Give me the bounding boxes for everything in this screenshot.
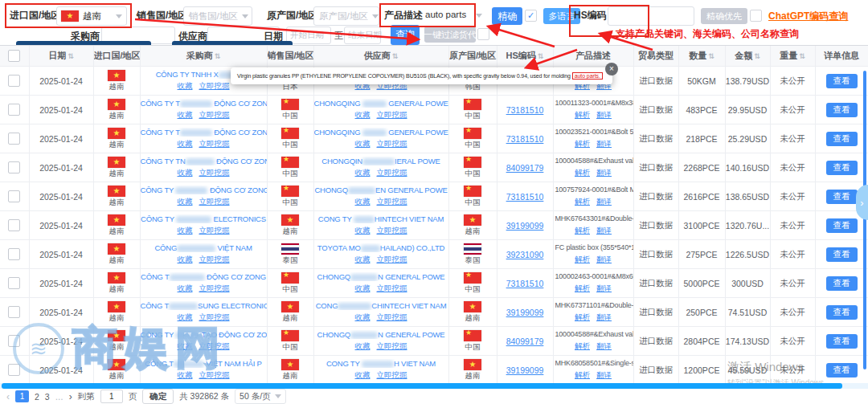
sort-icon[interactable]: ⇅ [68,52,74,60]
row-checkbox[interactable] [8,248,20,260]
hs-code-link[interactable]: 39199099 [506,308,544,317]
exact-first-checkbox[interactable] [750,10,762,22]
dig-now-link[interactable]: 立即挖掘 [377,110,407,119]
sales-country-select[interactable]: 销售国/地区 [183,6,252,26]
filter-forwarder-checkbox[interactable] [477,28,489,40]
row-checkbox[interactable] [8,219,20,231]
row-checkbox[interactable] [8,335,20,347]
supplier-name-link[interactable]: CHONGQEN GENERAL POWE [314,186,448,194]
buyer-name-link[interactable]: CÔNG TY ELECTRONICS [141,214,267,223]
dig-now-link[interactable]: 立即挖掘 [199,284,230,292]
dig-now-link[interactable]: 立即挖掘 [199,81,230,90]
buyer-name-link[interactable]: CÔNG VIỆT NAM [141,243,267,252]
supplier-name-link[interactable]: TOYOTA MOHAILAND) CO.,LTD [314,243,448,252]
translate-link[interactable]: 翻译 [596,341,612,350]
column-header[interactable]: HS编码⇅ [497,45,553,67]
parse-link[interactable]: 解析 [575,312,590,321]
translate-link[interactable]: 翻译 [596,226,612,235]
view-detail-button[interactable]: 查看 [826,103,858,117]
close-icon[interactable]: × [605,63,618,75]
row-checkbox[interactable] [8,161,20,173]
translate-link[interactable]: 翻译 [596,370,612,379]
dig-now-link[interactable]: 立即挖掘 [199,197,230,206]
favorite-link[interactable]: 收藏 [355,139,371,148]
view-detail-button[interactable]: 查看 [826,161,858,175]
buyer-name-link[interactable]: CÔNG TY TN ĐỘNG CƠ ZONG [141,157,267,165]
goto-confirm-button[interactable]: 确定 [142,389,174,404]
buyer-name-link[interactable]: CÔNG TY T ĐỘNG CƠ ZONG [141,99,267,108]
vertical-scrollbar[interactable] [863,71,866,369]
dig-now-link[interactable]: 立即挖掘 [199,168,230,177]
hs-code-link[interactable]: 39231090 [506,250,544,259]
translate-link[interactable]: 翻译 [596,312,612,321]
translate-link[interactable]: 翻译 [596,255,612,263]
supplier-name-link[interactable]: CHONGQN GENERAL POWE [314,330,448,339]
column-header[interactable]: 采购商⇅ [140,45,267,67]
favorite-link[interactable]: 收藏 [178,168,193,177]
favorite-link[interactable]: 收藏 [178,226,193,235]
product-desc-input[interactable]: auto parts [425,10,466,19]
supplier-name-link[interactable]: CONGCHINTECH VIET NAM [314,301,448,310]
dig-now-link[interactable]: 立即挖掘 [377,312,407,321]
view-detail-button[interactable]: 查看 [826,190,858,204]
hs-code-input[interactable] [608,6,694,26]
view-detail-button[interactable]: 查看 [826,132,858,146]
translate-link[interactable]: 翻译 [596,284,612,292]
buyer-name-link[interactable]: CÔNG TY TẠO ĐỘNG CƠ ZONG [141,330,267,339]
favorite-link[interactable]: 收藏 [355,284,371,292]
dig-now-link[interactable]: 立即挖掘 [377,370,407,379]
row-checkbox[interactable] [8,277,20,289]
favorite-link[interactable]: 收藏 [178,370,193,379]
page-1-button[interactable]: 1 [15,390,29,402]
parse-link[interactable]: 解析 [575,139,590,148]
translate-link[interactable]: 翻译 [596,168,612,177]
view-detail-button[interactable]: 查看 [826,247,858,262]
view-detail-button[interactable]: 查看 [826,74,858,88]
goto-page-input[interactable]: 1 [100,390,123,403]
sort-icon[interactable]: ⇅ [392,52,399,60]
row-checkbox[interactable] [8,190,20,202]
favorite-link[interactable]: 收藏 [178,341,193,350]
supplier-name-link[interactable]: CHONGQING GENERAL POWE [314,128,448,137]
buyer-name-link[interactable]: CÔNG TY ĐỘNG CƠ ZONG [141,186,267,194]
dig-now-link[interactable]: 立即挖掘 [377,255,407,263]
sort-icon[interactable]: ⇅ [215,52,221,60]
side-panel-toggle[interactable]: › [856,185,868,220]
next-page-button[interactable]: › [69,391,72,402]
dig-now-link[interactable]: 立即挖掘 [199,312,230,321]
parse-link[interactable]: 解析 [575,370,590,379]
favorite-link[interactable]: 收藏 [355,226,371,235]
origin-country-select[interactable]: 原产国/地区 [313,6,379,26]
favorite-link[interactable]: 收藏 [178,110,193,119]
dig-now-link[interactable]: 立即挖掘 [377,168,407,177]
supplier-name-link[interactable]: CHONGQINIERAL POWE [314,157,448,165]
supplier-name-link[interactable]: CONG TY H VIET NAM [314,359,448,368]
hs-code-link[interactable]: 73181510 [506,192,544,202]
parse-link[interactable]: 解析 [575,168,590,177]
chatgpt-code-lookup-link[interactable]: ChatGPT编码查询 [768,10,848,23]
supplier-name-link[interactable]: CHONGQING GENERAL POWE [314,99,448,108]
translate-link[interactable]: 翻译 [596,110,612,119]
translate-link[interactable]: 翻译 [596,139,612,148]
dig-now-link[interactable]: 立即挖掘 [377,226,407,235]
parse-link[interactable]: 解析 [575,284,590,292]
hs-code-link[interactable]: 39199099 [506,221,544,231]
translate-link[interactable]: 翻译 [596,197,612,206]
column-header[interactable]: 重量⇅ [770,45,815,67]
view-detail-button[interactable]: 查看 [826,363,858,377]
dig-now-link[interactable]: 立即挖掘 [377,284,407,292]
dig-now-link[interactable]: 立即挖掘 [199,139,230,148]
parse-link[interactable]: 解析 [575,226,590,235]
favorite-link[interactable]: 收藏 [355,110,371,119]
exact-match-button[interactable]: 精确 [492,7,522,25]
page-2-button[interactable]: 2 [35,392,39,402]
favorite-link[interactable]: 收藏 [178,312,193,321]
row-checkbox[interactable] [8,306,20,318]
favorite-link[interactable]: 收藏 [178,284,193,292]
sort-icon[interactable]: ⇅ [538,52,544,60]
search-button[interactable]: 查询 [391,25,420,45]
hs-code-link[interactable]: 39199099 [506,365,544,375]
import-country-select[interactable]: 越南 [56,6,127,26]
page-3-button[interactable]: 3 [45,392,50,402]
dig-now-link[interactable]: 立即挖掘 [377,139,407,148]
